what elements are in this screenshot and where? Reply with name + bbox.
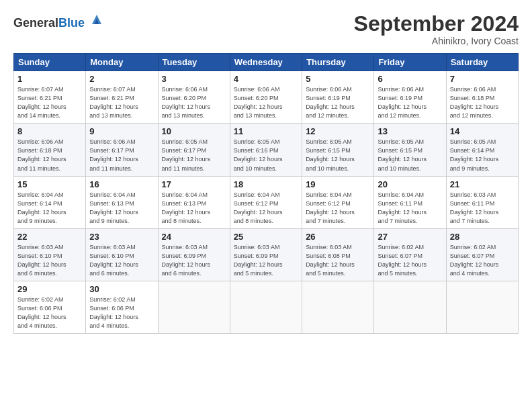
day-info: Sunrise: 6:04 AM Sunset: 6:12 PM Dayligh… bbox=[306, 191, 370, 226]
day-number: 18 bbox=[234, 179, 298, 189]
day-number: 2 bbox=[89, 74, 154, 84]
day-info: Sunrise: 6:02 AM Sunset: 6:06 PM Dayligh… bbox=[17, 295, 82, 330]
calendar-cell: 24Sunrise: 6:03 AM Sunset: 6:09 PM Dayli… bbox=[158, 228, 230, 281]
weekday-thursday: Thursday bbox=[302, 54, 374, 71]
calendar-cell: 6Sunrise: 6:06 AM Sunset: 6:19 PM Daylig… bbox=[374, 71, 446, 124]
day-info: Sunrise: 6:07 AM Sunset: 6:21 PM Dayligh… bbox=[17, 85, 82, 120]
weekday-friday: Friday bbox=[374, 54, 446, 71]
day-info: Sunrise: 6:05 AM Sunset: 6:15 PM Dayligh… bbox=[378, 138, 442, 173]
day-info: Sunrise: 6:06 AM Sunset: 6:20 PM Dayligh… bbox=[234, 85, 298, 120]
weekday-sunday: Sunday bbox=[14, 54, 86, 71]
day-number: 11 bbox=[234, 126, 298, 136]
day-number: 22 bbox=[17, 232, 82, 242]
logo-icon bbox=[89, 12, 104, 27]
calendar-cell bbox=[446, 281, 518, 333]
calendar-cell: 19Sunrise: 6:04 AM Sunset: 6:12 PM Dayli… bbox=[302, 176, 374, 228]
day-info: Sunrise: 6:05 AM Sunset: 6:15 PM Dayligh… bbox=[306, 138, 370, 173]
calendar-cell bbox=[302, 281, 374, 333]
calendar-cell: 30Sunrise: 6:02 AM Sunset: 6:06 PM Dayli… bbox=[86, 281, 158, 333]
calendar-cell: 15Sunrise: 6:04 AM Sunset: 6:14 PM Dayli… bbox=[14, 176, 86, 228]
day-info: Sunrise: 6:05 AM Sunset: 6:16 PM Dayligh… bbox=[234, 138, 298, 173]
day-info: Sunrise: 6:06 AM Sunset: 6:19 PM Dayligh… bbox=[306, 85, 370, 120]
day-info: Sunrise: 6:03 AM Sunset: 6:09 PM Dayligh… bbox=[162, 243, 226, 278]
calendar-cell bbox=[374, 281, 446, 333]
day-number: 29 bbox=[17, 284, 82, 294]
calendar-cell: 18Sunrise: 6:04 AM Sunset: 6:12 PM Dayli… bbox=[230, 176, 302, 228]
calendar-cell: 16Sunrise: 6:04 AM Sunset: 6:13 PM Dayli… bbox=[86, 176, 158, 228]
day-number: 16 bbox=[89, 179, 154, 189]
calendar-cell: 7Sunrise: 6:06 AM Sunset: 6:18 PM Daylig… bbox=[446, 71, 518, 124]
calendar-cell: 11Sunrise: 6:05 AM Sunset: 6:16 PM Dayli… bbox=[230, 124, 302, 176]
week-row-2: 8Sunrise: 6:06 AM Sunset: 6:18 PM Daylig… bbox=[14, 124, 519, 176]
calendar-cell: 8Sunrise: 6:06 AM Sunset: 6:18 PM Daylig… bbox=[14, 124, 86, 176]
day-number: 26 bbox=[306, 232, 370, 242]
day-number: 15 bbox=[17, 179, 82, 189]
calendar-table: SundayMondayTuesdayWednesdayThursdayFrid… bbox=[13, 53, 519, 334]
calendar-cell: 20Sunrise: 6:04 AM Sunset: 6:11 PM Dayli… bbox=[374, 176, 446, 228]
weekday-wednesday: Wednesday bbox=[230, 54, 302, 71]
day-number: 21 bbox=[450, 179, 515, 189]
day-info: Sunrise: 6:05 AM Sunset: 6:17 PM Dayligh… bbox=[162, 138, 226, 173]
calendar-cell: 28Sunrise: 6:02 AM Sunset: 6:07 PM Dayli… bbox=[446, 228, 518, 281]
day-number: 10 bbox=[162, 126, 226, 136]
logo-general: General bbox=[13, 16, 58, 30]
calendar-cell: 17Sunrise: 6:04 AM Sunset: 6:13 PM Dayli… bbox=[158, 176, 230, 228]
day-number: 30 bbox=[89, 284, 154, 294]
title-area: September 2024 Ahinikro, Ivory Coast bbox=[354, 12, 519, 46]
calendar-cell: 25Sunrise: 6:03 AM Sunset: 6:09 PM Dayli… bbox=[230, 228, 302, 281]
month-title: September 2024 bbox=[354, 12, 519, 36]
calendar-cell: 13Sunrise: 6:05 AM Sunset: 6:15 PM Dayli… bbox=[374, 124, 446, 176]
day-number: 4 bbox=[234, 74, 298, 84]
day-info: Sunrise: 6:03 AM Sunset: 6:11 PM Dayligh… bbox=[450, 191, 515, 226]
day-number: 1 bbox=[17, 74, 82, 84]
day-number: 8 bbox=[17, 126, 82, 136]
day-number: 7 bbox=[450, 74, 515, 84]
weekday-header-row: SundayMondayTuesdayWednesdayThursdayFrid… bbox=[14, 54, 519, 71]
weekday-saturday: Saturday bbox=[446, 54, 518, 71]
page: GeneralBlue September 2024 Ahinikro, Ivo… bbox=[0, 0, 532, 411]
day-number: 9 bbox=[89, 126, 154, 136]
day-number: 5 bbox=[306, 74, 370, 84]
header-area: GeneralBlue September 2024 Ahinikro, Ivo… bbox=[13, 12, 519, 46]
day-number: 13 bbox=[378, 126, 442, 136]
day-number: 28 bbox=[450, 232, 515, 242]
day-number: 23 bbox=[89, 232, 154, 242]
calendar-cell bbox=[230, 281, 302, 333]
day-info: Sunrise: 6:02 AM Sunset: 6:07 PM Dayligh… bbox=[378, 243, 442, 278]
day-info: Sunrise: 6:03 AM Sunset: 6:09 PM Dayligh… bbox=[234, 243, 298, 278]
logo-blue: Blue bbox=[58, 16, 85, 30]
weekday-monday: Monday bbox=[86, 54, 158, 71]
day-number: 19 bbox=[306, 179, 370, 189]
calendar-cell: 1Sunrise: 6:07 AM Sunset: 6:21 PM Daylig… bbox=[14, 71, 86, 124]
logo: GeneralBlue bbox=[13, 12, 104, 30]
day-info: Sunrise: 6:06 AM Sunset: 6:17 PM Dayligh… bbox=[89, 138, 154, 173]
calendar-cell: 21Sunrise: 6:03 AM Sunset: 6:11 PM Dayli… bbox=[446, 176, 518, 228]
calendar-cell: 22Sunrise: 6:03 AM Sunset: 6:10 PM Dayli… bbox=[14, 228, 86, 281]
day-info: Sunrise: 6:02 AM Sunset: 6:07 PM Dayligh… bbox=[450, 243, 515, 278]
calendar-cell: 29Sunrise: 6:02 AM Sunset: 6:06 PM Dayli… bbox=[14, 281, 86, 333]
week-row-1: 1Sunrise: 6:07 AM Sunset: 6:21 PM Daylig… bbox=[14, 71, 519, 124]
day-info: Sunrise: 6:04 AM Sunset: 6:13 PM Dayligh… bbox=[89, 191, 154, 226]
calendar-cell bbox=[158, 281, 230, 333]
day-info: Sunrise: 6:03 AM Sunset: 6:10 PM Dayligh… bbox=[89, 243, 154, 278]
day-number: 17 bbox=[162, 179, 226, 189]
calendar-cell: 5Sunrise: 6:06 AM Sunset: 6:19 PM Daylig… bbox=[302, 71, 374, 124]
day-info: Sunrise: 6:03 AM Sunset: 6:08 PM Dayligh… bbox=[306, 243, 370, 278]
calendar-cell: 2Sunrise: 6:07 AM Sunset: 6:21 PM Daylig… bbox=[86, 71, 158, 124]
day-info: Sunrise: 6:06 AM Sunset: 6:19 PM Dayligh… bbox=[378, 85, 442, 120]
day-number: 27 bbox=[378, 232, 442, 242]
day-info: Sunrise: 6:04 AM Sunset: 6:14 PM Dayligh… bbox=[17, 191, 82, 226]
day-number: 14 bbox=[450, 126, 515, 136]
day-number: 25 bbox=[234, 232, 298, 242]
weekday-tuesday: Tuesday bbox=[158, 54, 230, 71]
day-info: Sunrise: 6:04 AM Sunset: 6:13 PM Dayligh… bbox=[162, 191, 226, 226]
day-number: 3 bbox=[162, 74, 226, 84]
calendar-cell: 9Sunrise: 6:06 AM Sunset: 6:17 PM Daylig… bbox=[86, 124, 158, 176]
day-number: 6 bbox=[378, 74, 442, 84]
day-info: Sunrise: 6:02 AM Sunset: 6:06 PM Dayligh… bbox=[89, 295, 154, 330]
day-info: Sunrise: 6:07 AM Sunset: 6:21 PM Dayligh… bbox=[89, 85, 154, 120]
calendar-cell: 23Sunrise: 6:03 AM Sunset: 6:10 PM Dayli… bbox=[86, 228, 158, 281]
location-title: Ahinikro, Ivory Coast bbox=[354, 36, 519, 46]
calendar-cell: 12Sunrise: 6:05 AM Sunset: 6:15 PM Dayli… bbox=[302, 124, 374, 176]
calendar-cell: 26Sunrise: 6:03 AM Sunset: 6:08 PM Dayli… bbox=[302, 228, 374, 281]
